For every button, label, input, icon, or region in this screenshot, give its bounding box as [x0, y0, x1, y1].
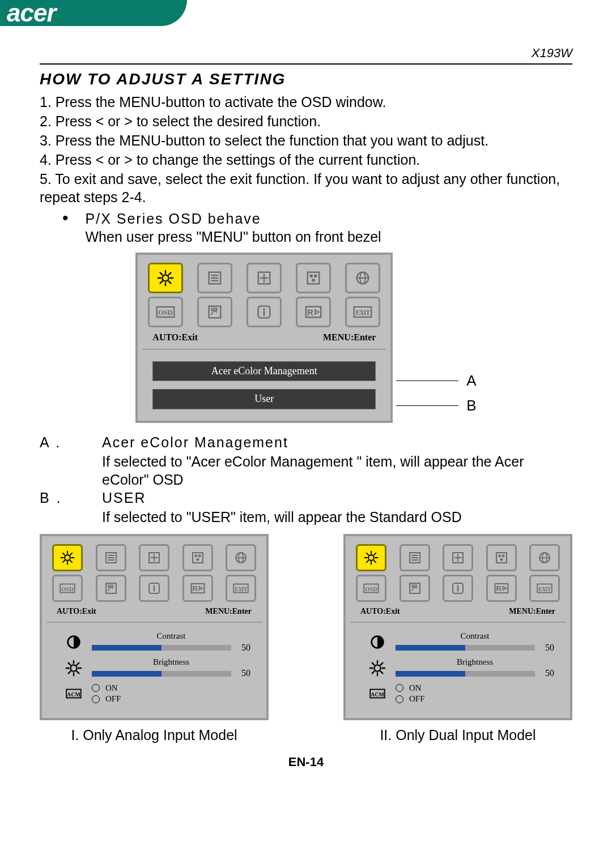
divider	[40, 63, 572, 65]
signal-icon[interactable]	[400, 575, 430, 602]
brightness-icon	[63, 658, 84, 678]
osd-icon[interactable]	[52, 575, 83, 602]
page-header: acer	[0, 0, 612, 45]
callout-a: A	[396, 371, 476, 391]
def-a-head: Acer eColor Management	[102, 433, 288, 451]
osd-hint-left: AUTO:Exit	[152, 332, 198, 343]
instruction-steps: 1. Press the MENU-button to activate the…	[40, 93, 572, 206]
brightness-label: Brightness	[92, 657, 250, 668]
brightness-value: 50	[539, 668, 554, 679]
acm-on-radio[interactable]: ON	[396, 683, 554, 694]
signal-icon[interactable]	[197, 297, 232, 327]
text-icon[interactable]	[96, 544, 126, 571]
position-icon[interactable]	[139, 544, 169, 571]
brightness-slider[interactable]	[92, 671, 231, 677]
contrast-icon	[63, 632, 84, 652]
acm-off-label: OFF	[105, 694, 121, 704]
info-icon[interactable]	[246, 297, 282, 327]
osd-menu-item-user[interactable]: User	[152, 389, 376, 409]
caption-analog: I. Only Analog Input Model	[71, 726, 237, 744]
reset-icon[interactable]	[182, 575, 213, 602]
acm-icon	[367, 683, 388, 704]
acm-on-label: ON	[105, 683, 118, 694]
reset-icon[interactable]	[296, 297, 331, 327]
model-label: X193W	[40, 45, 572, 61]
acm-off-radio[interactable]: OFF	[396, 694, 554, 704]
language-icon[interactable]	[345, 263, 380, 293]
osd-panel-analog: AUTO:Exit MENU:Enter Contrast 50	[40, 534, 269, 721]
osd-hint-left: AUTO:Exit	[360, 606, 400, 617]
contrast-icon	[367, 632, 388, 652]
contrast-value: 50	[539, 642, 554, 653]
osd-icon-row-2	[52, 575, 256, 602]
osd-hint-right: MENU:Enter	[323, 332, 376, 343]
osd-panel-main: AUTO:Exit MENU:Enter Acer eColor Managem…	[135, 253, 393, 423]
def-b-key: B .	[40, 489, 102, 507]
acm-off-label: OFF	[409, 694, 425, 704]
contrast-label: Contrast	[92, 631, 250, 642]
osd-icon-row-2	[148, 297, 380, 327]
brightness-icon[interactable]	[148, 263, 183, 293]
step: 5. To exit and save, select the exit fun…	[40, 170, 572, 206]
osd-icon-row-1	[148, 263, 380, 293]
page-title: HOW TO ADJUST A SETTING	[40, 69, 572, 89]
position-icon[interactable]	[443, 544, 473, 571]
osd-hint-right: MENU:Enter	[205, 606, 252, 617]
series-heading: P/X Series OSD behave	[86, 209, 381, 228]
brightness-label: Brightness	[396, 657, 554, 668]
contrast-value: 50	[236, 642, 250, 653]
exit-icon[interactable]	[345, 297, 380, 327]
step: 2. Press < or > to select the desired fu…	[40, 112, 572, 130]
text-icon[interactable]	[197, 263, 232, 293]
acm-on-radio[interactable]: ON	[92, 683, 250, 694]
callout-b-label: B	[466, 396, 476, 415]
brand-logo: acer	[7, 0, 56, 27]
brightness-icon	[367, 658, 388, 678]
def-a-body: If selected to "Acer eColor Management "…	[102, 452, 572, 489]
def-a-key: A .	[40, 433, 102, 451]
def-b-head: USER	[102, 489, 146, 507]
osd-icon-row-1	[52, 544, 256, 571]
acm-off-radio[interactable]: OFF	[92, 694, 250, 704]
color-icon[interactable]	[182, 544, 213, 571]
page-footer: EN-14	[40, 754, 572, 770]
bullet-icon: •	[40, 209, 86, 246]
contrast-slider[interactable]	[92, 645, 231, 651]
osd-icon-row-1	[356, 544, 560, 571]
exit-icon[interactable]	[529, 575, 560, 602]
language-icon[interactable]	[529, 544, 560, 571]
acm-on-label: ON	[409, 683, 422, 694]
osd-hint-left: AUTO:Exit	[57, 606, 96, 617]
step: 4. Press < or > to change the settings o…	[40, 151, 572, 169]
osd-icon[interactable]	[356, 575, 386, 602]
osd-menu-item-ecolor[interactable]: Acer eColor Management	[152, 361, 376, 381]
brightness-slider[interactable]	[396, 671, 535, 677]
callout-b: B	[396, 396, 476, 416]
osd-hint-right: MENU:Enter	[509, 606, 555, 617]
brightness-value: 50	[236, 668, 250, 679]
osd-panel-dual: AUTO:Exit MENU:Enter Contrast 50	[343, 534, 572, 721]
def-b-body: If selected to "USER" item, will appear …	[102, 508, 572, 526]
osd-icon[interactable]	[148, 297, 183, 327]
callout-a-label: A	[466, 371, 476, 390]
exit-icon[interactable]	[226, 575, 256, 602]
signal-icon[interactable]	[96, 575, 126, 602]
info-icon[interactable]	[139, 575, 169, 602]
text-icon[interactable]	[400, 544, 430, 571]
position-icon[interactable]	[246, 263, 282, 293]
contrast-label: Contrast	[396, 631, 554, 642]
series-subline: When user press "MENU" button on front b…	[86, 228, 381, 246]
step: 1. Press the MENU-button to activate the…	[40, 93, 572, 111]
language-icon[interactable]	[226, 544, 256, 571]
reset-icon[interactable]	[486, 575, 517, 602]
brightness-icon[interactable]	[356, 544, 386, 571]
info-icon[interactable]	[443, 575, 473, 602]
color-icon[interactable]	[486, 544, 517, 571]
contrast-slider[interactable]	[396, 645, 535, 651]
brightness-icon[interactable]	[52, 544, 83, 571]
acm-icon	[63, 683, 84, 704]
caption-dual: II. Only Dual Input Model	[380, 726, 536, 744]
color-icon[interactable]	[296, 263, 331, 293]
step: 3. Press the MENU-button to select the f…	[40, 131, 572, 149]
osd-icon-row-2	[356, 575, 560, 602]
